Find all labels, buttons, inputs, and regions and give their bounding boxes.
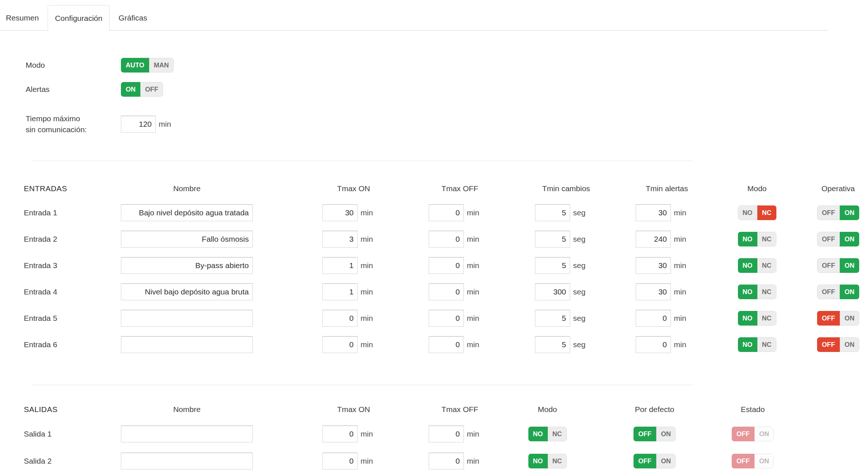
entrada-1-tmin-cambios-input[interactable] (535, 204, 570, 221)
entrada-3-tmax-on-input[interactable] (322, 257, 358, 274)
toggle-option-on[interactable]: ON (656, 454, 676, 468)
salida-2-tmax-off-input[interactable] (429, 453, 464, 470)
entrada-3-nombre-input[interactable] (121, 257, 253, 274)
toggle-option-nc[interactable]: NC (548, 454, 567, 468)
entrada-2-tmax-on-input[interactable] (322, 231, 358, 248)
entrada-6-tmax-on-input[interactable] (322, 336, 358, 353)
toggle-option-off[interactable]: OFF (817, 285, 840, 299)
entrada-4-nombre-input[interactable] (121, 283, 253, 300)
salida-2-estado-toggle: OFF ON (732, 454, 774, 468)
entrada-2-tmin-cambios-input[interactable] (535, 231, 570, 248)
toggle-option-off[interactable]: OFF (634, 454, 656, 468)
toggle-option-on[interactable]: ON (840, 285, 859, 299)
entrada-5-modo-toggle[interactable]: NO NC (738, 311, 776, 326)
alertas-option-on[interactable]: ON (121, 82, 140, 97)
entrada-6-nombre-input[interactable] (121, 336, 253, 353)
toggle-option-on[interactable]: ON (840, 258, 859, 273)
unit-seg: seg (573, 235, 586, 244)
salida-1-tmax-on-input[interactable] (322, 426, 358, 442)
salida-1-tmax-off-input[interactable] (429, 426, 464, 442)
entrada-1-operativa-toggle[interactable]: OFF ON (817, 205, 859, 220)
entrada-6-modo-toggle[interactable]: NO NC (738, 337, 776, 352)
entrada-1-tmax-off-input[interactable] (429, 204, 464, 221)
entrada-4-modo-toggle[interactable]: NO NC (738, 285, 776, 299)
toggle-option-nc[interactable]: NC (757, 258, 776, 273)
toggle-option-no[interactable]: NO (738, 311, 757, 326)
salida-1-nombre-input[interactable] (121, 426, 253, 442)
toggle-option-off[interactable]: OFF (817, 311, 840, 326)
entrada-3-tmin-cambios-input[interactable] (535, 257, 570, 274)
toggle-option-no[interactable]: NO (738, 258, 757, 273)
modo-option-man[interactable]: MAN (149, 58, 174, 73)
toggle-option-on[interactable]: ON (840, 337, 859, 352)
entrada-5-tmin-cambios-input[interactable] (535, 310, 570, 327)
entrada-4-tmin-alertas-input[interactable] (636, 283, 671, 300)
entrada-6-operativa-toggle[interactable]: OFF ON (817, 337, 859, 352)
toggle-option-off[interactable]: OFF (817, 258, 840, 273)
salida-2-por-defecto-toggle[interactable]: OFF ON (634, 454, 676, 468)
salidas-header-row: SALIDAS Nombre Tmax ON Tmax OFF Modo Por… (0, 398, 868, 420)
entrada-2-modo-toggle[interactable]: NO NC (738, 232, 776, 246)
toggle-option-no[interactable]: NO (528, 427, 548, 441)
entrada-6-tmin-cambios-input[interactable] (535, 336, 570, 353)
alertas-label: Alertas (26, 84, 121, 95)
salida-2-nombre-input[interactable] (121, 453, 253, 470)
toggle-option-no[interactable]: NO (738, 285, 757, 299)
salida-1-por-defecto-toggle[interactable]: OFF ON (634, 427, 676, 441)
toggle-option-nc[interactable]: NC (757, 311, 776, 326)
alertas-toggle[interactable]: ON OFF (121, 82, 163, 97)
toggle-option-off[interactable]: OFF (817, 205, 840, 220)
toggle-option-on[interactable]: ON (656, 427, 676, 441)
toggle-option-nc[interactable]: NC (757, 232, 776, 246)
entrada-1-modo-toggle[interactable]: NO NC (738, 205, 776, 220)
unit-min: min (674, 208, 686, 217)
entrada-5-tmax-on-input[interactable] (322, 310, 358, 327)
entrada-4-tmax-off-input[interactable] (429, 283, 464, 300)
entrada-5-tmax-off-input[interactable] (429, 310, 464, 327)
toggle-option-nc[interactable]: NC (757, 205, 776, 220)
entrada-2-tmax-off-input[interactable] (429, 231, 464, 248)
toggle-option-off[interactable]: OFF (817, 232, 840, 246)
entrada-4-tmax-on-input[interactable] (322, 283, 358, 300)
toggle-option-no[interactable]: NO (738, 232, 757, 246)
toggle-option-no[interactable]: NO (528, 454, 548, 468)
toggle-option-off[interactable]: OFF (634, 427, 656, 441)
toggle-option-off[interactable]: OFF (817, 337, 840, 352)
tab-resumen[interactable]: Resumen (0, 5, 45, 31)
toggle-option-no[interactable]: NO (738, 205, 757, 220)
tab-graficas[interactable]: Gráficas (112, 5, 153, 31)
salida-2-modo-toggle[interactable]: NO NC (528, 454, 567, 468)
entrada-3-tmax-off-input[interactable] (429, 257, 464, 274)
entrada-3-tmin-alertas-input[interactable] (636, 257, 671, 274)
entrada-5-operativa-toggle[interactable]: OFF ON (817, 311, 859, 326)
toggle-option-nc[interactable]: NC (757, 285, 776, 299)
modo-toggle[interactable]: AUTO MAN (121, 58, 174, 73)
entrada-4-operativa-toggle[interactable]: OFF ON (817, 285, 859, 299)
toggle-option-nc[interactable]: NC (757, 337, 776, 352)
toggle-option-nc[interactable]: NC (548, 427, 567, 441)
entrada-5-tmin-alertas-input[interactable] (636, 310, 671, 327)
salida-2-tmax-on-input[interactable] (322, 453, 358, 470)
entrada-1-tmax-on-input[interactable] (322, 204, 358, 221)
entrada-2-operativa-toggle[interactable]: OFF ON (817, 232, 859, 246)
entrada-1-tmin-alertas-input[interactable] (636, 204, 671, 221)
toggle-option-on[interactable]: ON (840, 232, 859, 246)
tab-configuracion[interactable]: Configuración (48, 5, 110, 31)
toggle-option-on[interactable]: ON (840, 205, 859, 220)
entrada-3-operativa-toggle[interactable]: OFF ON (817, 258, 859, 273)
entrada-5-nombre-input[interactable] (121, 310, 253, 327)
modo-option-auto[interactable]: AUTO (121, 58, 149, 73)
entrada-2-tmin-alertas-input[interactable] (636, 231, 671, 248)
entrada-1-nombre-input[interactable] (121, 204, 253, 221)
entrada-6-tmax-off-input[interactable] (429, 336, 464, 353)
salida-1-modo-toggle[interactable]: NO NC (528, 427, 567, 441)
entrada-6-tmin-alertas-input[interactable] (636, 336, 671, 353)
tiempo-max-input[interactable] (121, 116, 156, 133)
toggle-option-on[interactable]: ON (840, 311, 859, 326)
entrada-2-nombre-input[interactable] (121, 231, 253, 248)
toggle-option-no[interactable]: NO (738, 337, 757, 352)
entrada-3-modo-toggle[interactable]: NO NC (738, 258, 776, 273)
alertas-option-off[interactable]: OFF (140, 82, 163, 97)
entrada-4-tmin-cambios-input[interactable] (535, 283, 570, 300)
unit-min: min (467, 235, 479, 244)
